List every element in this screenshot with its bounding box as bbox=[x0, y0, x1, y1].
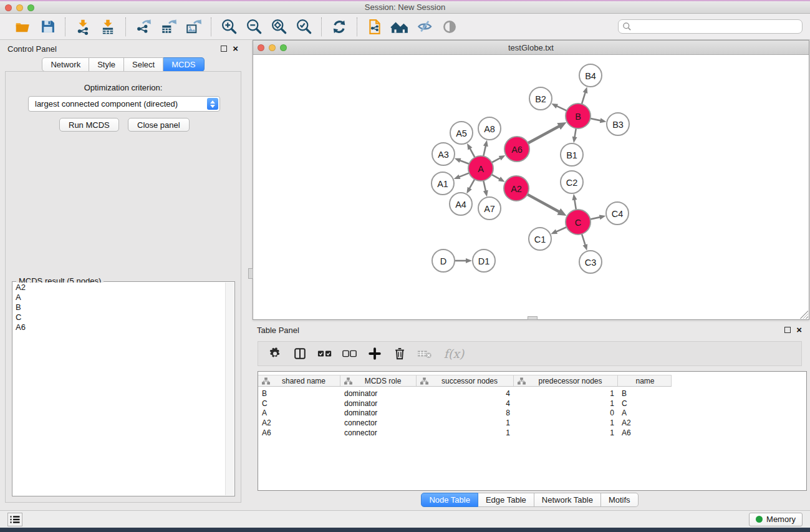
tab-select[interactable]: Select bbox=[124, 57, 163, 72]
table-cell[interactable]: 1 bbox=[417, 428, 514, 437]
tab-motifs[interactable]: Motifs bbox=[601, 493, 639, 507]
table-cell[interactable]: dominator bbox=[340, 389, 417, 398]
float-table-panel-icon[interactable] bbox=[784, 327, 791, 333]
tab-network-table[interactable]: Network Table bbox=[534, 493, 601, 507]
table-cell[interactable]: dominator bbox=[340, 399, 417, 408]
column-header-predecessor-nodes[interactable]: predecessor nodes bbox=[514, 375, 618, 386]
graph-node-D[interactable]: D bbox=[432, 249, 455, 272]
run-mcds-button[interactable]: Run MCDS bbox=[59, 118, 119, 132]
criterion-select[interactable]: largest connected component (directed) bbox=[28, 96, 220, 112]
graph-edge-A2-C[interactable] bbox=[526, 194, 560, 213]
function-builder-icon[interactable]: f(x) bbox=[441, 346, 466, 362]
save-session-icon[interactable] bbox=[37, 17, 57, 37]
refresh-icon[interactable] bbox=[329, 17, 349, 37]
select-all-icon[interactable] bbox=[317, 346, 333, 362]
graph-node-B4[interactable]: B4 bbox=[579, 64, 602, 87]
table-cell[interactable]: 1 bbox=[514, 389, 618, 398]
table-row[interactable]: Cdominator41C bbox=[258, 399, 806, 409]
export-image-icon[interactable] bbox=[183, 17, 203, 37]
mcds-result-item[interactable]: B bbox=[13, 302, 225, 312]
network-from-file-icon[interactable] bbox=[365, 17, 385, 37]
close-table-panel-icon[interactable]: × bbox=[796, 327, 802, 333]
canvas-vscroll-thumb[interactable] bbox=[248, 268, 253, 279]
graph-node-A7[interactable]: A7 bbox=[478, 197, 501, 220]
graph-node-A[interactable]: A bbox=[468, 156, 493, 181]
result-scrollbar[interactable] bbox=[225, 283, 234, 495]
import-network-icon[interactable] bbox=[73, 17, 93, 37]
search-input[interactable] bbox=[618, 19, 803, 34]
gear-icon[interactable] bbox=[267, 346, 283, 362]
graph-edge-A-A7[interactable] bbox=[483, 180, 486, 192]
graph-edge-B-B4[interactable] bbox=[581, 92, 586, 105]
table-cell[interactable]: 0 bbox=[514, 409, 618, 417]
graph-edge-A6-B[interactable] bbox=[527, 126, 560, 144]
table-cell[interactable]: connector bbox=[340, 428, 417, 437]
window-resize-grip[interactable] bbox=[800, 311, 808, 319]
open-file-icon[interactable] bbox=[12, 17, 32, 37]
network-graph[interactable]: AA1A2A3A4A5A6A7A8BB1B2B3B4CC1C2C3C4DD1 bbox=[253, 55, 809, 319]
table-cell[interactable]: B bbox=[618, 389, 672, 398]
mcds-result-item[interactable]: C bbox=[13, 312, 225, 322]
table-cell[interactable]: connector bbox=[340, 418, 417, 427]
mcds-result-item[interactable]: A2 bbox=[13, 283, 225, 293]
tab-mcds[interactable]: MCDS bbox=[163, 57, 204, 72]
mcds-result-list[interactable]: A2ABCA6 bbox=[13, 283, 225, 495]
column-header-name[interactable]: name bbox=[618, 375, 672, 386]
graph-edge-B-B2[interactable] bbox=[556, 105, 567, 111]
graph-node-A2[interactable]: A2 bbox=[504, 176, 529, 201]
zoom-out-icon[interactable] bbox=[244, 17, 264, 37]
close-panel-icon[interactable]: × bbox=[233, 46, 238, 52]
table-cell[interactable]: 4 bbox=[417, 389, 514, 398]
graph-node-C2[interactable]: C2 bbox=[561, 171, 583, 193]
show-panel-icon[interactable] bbox=[440, 17, 460, 37]
table-cell[interactable]: A6 bbox=[258, 428, 340, 437]
graph-node-A1[interactable]: A1 bbox=[432, 172, 454, 195]
graph-node-B2[interactable]: B2 bbox=[529, 87, 552, 110]
graph-edge-B-B3[interactable] bbox=[589, 118, 602, 121]
tab-node-table[interactable]: Node Table bbox=[421, 493, 478, 507]
add-column-icon[interactable] bbox=[367, 346, 383, 362]
tab-edge-table[interactable]: Edge Table bbox=[478, 493, 534, 507]
graph-node-A6[interactable]: A6 bbox=[504, 137, 529, 162]
table-cell[interactable]: A2 bbox=[258, 418, 340, 427]
home-icon[interactable] bbox=[390, 17, 410, 37]
graph-node-B3[interactable]: B3 bbox=[607, 113, 629, 135]
table-cell[interactable]: A2 bbox=[618, 418, 672, 427]
delete-table-icon[interactable] bbox=[417, 346, 433, 362]
close-panel-button[interactable]: Close panel bbox=[128, 118, 190, 132]
table-cell[interactable]: C bbox=[258, 399, 340, 408]
table-cell[interactable]: A bbox=[618, 409, 672, 417]
table-cell[interactable]: C bbox=[618, 399, 672, 408]
task-history-button[interactable] bbox=[7, 513, 22, 526]
graph-node-A8[interactable]: A8 bbox=[478, 117, 501, 140]
node-table[interactable]: shared nameMCDS rolesuccessor nodesprede… bbox=[258, 371, 807, 491]
canvas-hscroll-thumb[interactable] bbox=[528, 316, 538, 320]
mcds-result-item[interactable]: A bbox=[13, 293, 225, 302]
table-cell[interactable]: 1 bbox=[514, 428, 618, 437]
table-cell[interactable]: 4 bbox=[417, 399, 514, 408]
import-table-icon[interactable] bbox=[98, 17, 118, 37]
table-cell[interactable]: 8 bbox=[417, 409, 514, 417]
graph-node-A5[interactable]: A5 bbox=[450, 122, 473, 144]
table-cell[interactable]: 1 bbox=[514, 418, 618, 427]
graph-node-B1[interactable]: B1 bbox=[561, 143, 583, 166]
deselect-all-icon[interactable] bbox=[342, 346, 358, 362]
columns-icon[interactable] bbox=[292, 346, 308, 362]
float-panel-icon[interactable] bbox=[221, 46, 227, 52]
tab-network[interactable]: Network bbox=[42, 57, 89, 72]
hide-panel-icon[interactable] bbox=[415, 17, 435, 37]
table-row[interactable]: Bdominator41B bbox=[258, 389, 806, 399]
table-cell[interactable]: A bbox=[258, 409, 340, 417]
network-window-titlebar[interactable]: testGlobe.txt bbox=[253, 41, 809, 55]
table-cell[interactable]: dominator bbox=[340, 409, 417, 417]
table-cell[interactable]: 1 bbox=[514, 399, 618, 408]
graph-edge-C-C1[interactable] bbox=[556, 226, 568, 232]
graph-edge-A-A1[interactable] bbox=[458, 173, 470, 178]
table-cell[interactable]: 1 bbox=[417, 418, 514, 427]
export-network-icon[interactable] bbox=[133, 17, 153, 37]
graph-node-D1[interactable]: D1 bbox=[473, 249, 495, 272]
zoom-fit-icon[interactable] bbox=[269, 17, 289, 37]
graph-node-A4[interactable]: A4 bbox=[450, 193, 472, 215]
mcds-result-item[interactable]: A6 bbox=[13, 322, 225, 332]
export-table-icon[interactable] bbox=[158, 17, 178, 37]
